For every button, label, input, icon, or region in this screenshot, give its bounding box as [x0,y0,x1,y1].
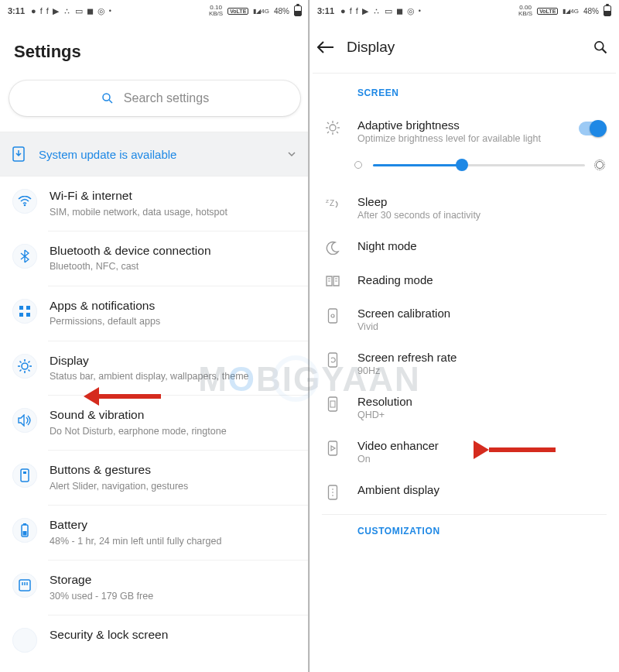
svg-rect-5 [26,306,30,310]
storage-icon [12,573,37,598]
section-header-screen: SCREEN [310,74,619,109]
settings-item-buttons[interactable]: Buttons & gesturesAlert Slider, navigati… [0,451,310,505]
svg-point-3 [24,204,26,207]
night-icon [322,239,344,255]
svg-line-34 [337,132,338,133]
search-placeholder: Search settings [124,91,209,105]
svg-point-26 [595,42,604,50]
display-item-ambient[interactable]: Ambient display [310,474,619,509]
svg-line-13 [20,361,22,362]
svg-line-33 [327,122,329,124]
adaptive-brightness-toggle[interactable] [579,122,605,135]
settings-item-wifi[interactable]: Wi-Fi & internetSIM, mobile network, dat… [0,177,310,231]
bluetooth-icon [12,244,37,269]
settings-item-sound[interactable]: Sound & vibrationDo Not Disturb, earphon… [0,396,310,450]
status-bar: 3:11 ●ff▶⛬▭◼◎• 0.00KB/S VoLTE ▮◢4G 48% [310,0,619,22]
battery-icon [12,518,37,543]
wifi-icon [12,189,37,214]
display-item-adaptive-brightness[interactable]: Adaptive brightnessOptimize brightness l… [310,109,619,153]
svg-text:Z: Z [330,199,334,207]
svg-rect-17 [21,469,29,482]
section-header-customization: CUSTOMIZATION [310,515,619,547]
svg-line-14 [29,369,30,371]
download-icon [12,146,25,162]
status-right: 0.10KB/S VoLTE ▮◢4G 48% [209,5,302,17]
settings-item-storage[interactable]: Storage30% used - 179 GB free [0,561,310,615]
ambient-icon [322,483,344,500]
buttons-icon [12,463,37,488]
display-settings-pane: 3:11 ●ff▶⛬▭◼◎• 0.00KB/S VoLTE ▮◢4G 48% D… [310,0,619,672]
display-item-reading-mode[interactable]: Reading mode [310,264,619,297]
display-item-calibration[interactable]: Screen calibrationVivid [310,297,619,341]
svg-point-0 [103,94,110,101]
settings-main-pane: 3:11 ●ff▶⛬▭◼◎• 0.10KB/S VoLTE ▮◢4G 48% S… [0,0,310,672]
page-title: Settings [0,22,310,81]
battery-icon [604,5,611,16]
security-icon [12,628,37,653]
svg-point-8 [22,363,28,369]
display-icon [12,354,37,379]
slider-track[interactable] [373,164,585,166]
svg-line-36 [337,122,338,124]
display-item-resolution[interactable]: ResolutionQHD+ [310,386,619,430]
settings-item-battery[interactable]: Battery48% - 1 hr, 24 min left until ful… [0,506,310,560]
svg-rect-6 [19,313,23,317]
brightness-auto-icon [322,118,344,135]
chevron-down-icon [286,149,297,159]
status-time: 3:11 [317,6,334,15]
settings-list: Wi-Fi & internetSIM, mobile network, dat… [0,177,310,653]
page-title: Display [347,39,395,56]
banner-text: System update is available [39,148,176,161]
sound-icon [12,408,37,433]
svg-point-44 [331,314,334,317]
status-time: 3:11 [8,6,25,15]
status-app-icons: ●ff▶⛬▭◼◎• [31,6,111,16]
status-bar: 3:11 ●ff▶⛬▭◼◎• 0.10KB/S VoLTE ▮◢4G 48% [0,0,310,22]
resolution-icon [322,395,344,412]
svg-rect-7 [26,313,30,317]
brightness-max-icon [596,161,604,169]
svg-rect-21 [23,531,27,536]
refresh-icon [322,351,344,368]
svg-line-1 [109,100,112,103]
settings-item-bluetooth[interactable]: Bluetooth & device connectionBluetooth, … [0,231,310,286]
settings-item-apps[interactable]: Apps & notificationsPermissions, default… [0,286,310,341]
svg-rect-20 [23,523,26,525]
apps-icon [12,299,37,324]
battery-icon [294,5,302,16]
display-item-video-enhancer[interactable]: Video enhancerOn [310,430,619,474]
status-right: 0.00KB/S VoLTE ▮◢4G 48% [518,5,611,17]
display-item-sleep[interactable]: zZ SleepAfter 30 seconds of inactivity [310,186,619,230]
search-button[interactable] [593,39,608,55]
video-icon [322,439,344,456]
svg-point-28 [330,125,336,131]
calibration-icon [322,307,344,324]
settings-item-display[interactable]: DisplayStatus bar, ambient display, wall… [0,341,310,396]
system-update-banner[interactable]: System update is available [0,132,310,177]
brightness-slider[interactable] [310,153,619,186]
search-settings[interactable]: Search settings [9,81,300,116]
svg-text:z: z [326,197,329,204]
reading-icon [322,273,344,287]
svg-rect-46 [329,397,337,411]
sub-header: Display [310,22,619,73]
search-icon [101,91,115,105]
svg-rect-45 [329,353,337,367]
brightness-min-icon [354,161,362,169]
settings-item-security[interactable]: Security & lock screen [0,615,310,653]
svg-line-27 [603,50,607,53]
slider-thumb[interactable] [456,159,468,171]
status-app-icons: ●ff▶⛬▭◼◎• [340,6,421,16]
svg-line-15 [20,369,22,371]
svg-line-16 [29,361,30,362]
display-item-night-mode[interactable]: Night mode [310,230,619,264]
svg-line-35 [327,132,329,133]
display-item-refresh-rate[interactable]: Screen refresh rate90Hz [310,341,619,386]
svg-rect-47 [330,401,335,407]
svg-rect-18 [23,471,26,474]
svg-rect-43 [329,309,337,323]
sleep-icon: zZ [322,195,344,209]
svg-rect-4 [19,306,23,310]
back-button[interactable] [317,40,334,54]
